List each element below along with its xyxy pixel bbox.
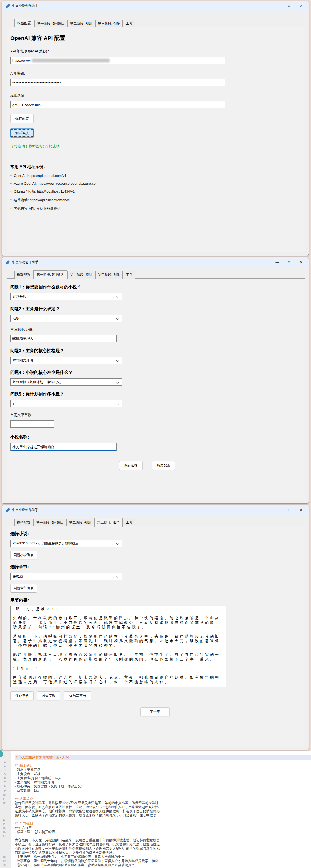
tab-stage1-5q[interactable]: 第一阶段: 5问确认 — [33, 270, 67, 279]
history-config-button[interactable]: 历史配置 — [152, 461, 175, 470]
chevron-down-icon — [116, 359, 119, 362]
ai-continue-button[interactable]: AI 续写章节 — [64, 691, 91, 700]
refresh-chapters-button[interactable]: 刷新章节列表 — [10, 584, 37, 593]
editor-row[interactable]: 15### 第01章 — [0, 826, 311, 830]
tab-model-config[interactable]: 模型配置 — [14, 519, 33, 526]
tab-model-config[interactable]: 模型配置 — [14, 19, 34, 27]
tab-stage1-5q[interactable]: 第一阶段: 5问确认 — [34, 20, 67, 27]
tab-tools[interactable]: 工具 — [123, 519, 135, 526]
api-url-input[interactable]: https://www. — [10, 57, 225, 64]
line-number: 10 — [0, 793, 6, 797]
editor-row[interactable]: 13 — [0, 817, 311, 822]
editor-row[interactable]: 9- 章节数量：1章 — [0, 788, 311, 793]
novel-name-input[interactable]: 小刀重生穿越之开螺蛳粉店 — [10, 443, 117, 451]
save-chapter-button[interactable]: 保存章节 — [10, 691, 34, 700]
editor-line-content: ### 第01章 — [15, 826, 311, 830]
next-chapter-button[interactable]: 下一章 — [140, 708, 170, 716]
maximize-button[interactable]: □ — [283, 257, 295, 267]
editor-line-content: 被昔日权臣设计陷害，最终惨死的“小刀”在死后灵魂穿越回十年前的水乡小镇。他保留着… — [15, 801, 311, 805]
api-examples-list: •OpenAI: https://api.openai.com/v1 •Azur… — [10, 174, 300, 211]
line-number: 5 — [0, 772, 6, 776]
editor-row[interactable]: 7- 主角性格：帅气阳光开朗 — [0, 780, 311, 784]
personality-select[interactable]: 帅气阳光开朗 — [10, 357, 122, 364]
line-number: 7 — [0, 780, 6, 784]
editor-row[interactable]: 6- 主角职业/身份：螺蛳粉主理人 — [0, 776, 311, 780]
editor-row[interactable]: 速成为小镇风潮中心。他广结善缘，悄悄收集曾被迫害之人提供的信息，打造属于自己的情… — [0, 809, 311, 813]
outline-editor[interactable]: 1# 小刀重生穿越之开螺蛳粉店 - 大纲23## 基本信息4- 题材：穿越开店5… — [0, 751, 311, 868]
editor-row[interactable]: 10 — [0, 793, 311, 797]
text-cursor — [55, 445, 55, 449]
genre-select[interactable]: 穿越开店 — [10, 293, 122, 300]
maximize-button[interactable]: □ — [283, 505, 295, 515]
tab-panel: 选择小说: 20260316_001 - 小刀重生穿越之开螺蛳粉店 刷新小说列表… — [7, 526, 305, 747]
editor-line-content: # 小刀重生穿越之开螺蛳粉店 - 大纲 — [15, 755, 311, 760]
chapter-count-select[interactable]: 1 — [10, 400, 122, 407]
titlebar: 中文小说创作助手 — □ ✕ — [2, 257, 309, 267]
editor-line-content: - 核心冲突：复仇雪恨（复仇计划、伸张正义） — [15, 784, 311, 788]
minimize-button[interactable]: — — [271, 257, 283, 267]
protagonist-setting-select[interactable]: 老板 — [10, 315, 122, 322]
chapter-text-area[interactable]: “那一刀，是谁？！” 尖利的声音在破败的巷口炸开，跟着便是沉重的踏步声和金铁的碰… — [10, 606, 226, 687]
tab-stage2-planning[interactable]: 第二阶段: 规划 — [67, 20, 94, 27]
editor-row[interactable]: 12被昔日权臣设计陷害，最终惨死的“小刀”在死后灵魂穿越回十年前的水乡小镇。他保… — [0, 801, 311, 805]
editor-row[interactable]: 4- 题材：穿越开店 — [0, 768, 311, 772]
editor-row[interactable]: 18- 主要场景：柳州城边陲旧巷、小刀新开的螺蛳粉店、黄昏人声鼎沸的集市 — [0, 855, 311, 859]
editor-row[interactable]: 20- 悬念钩子：神秘侍从品尝螺蛳粉后竟默不作声，背后隐藏的真相是否会被揭露？ — [0, 863, 311, 867]
window-title: 中文小说创作助手 — [12, 260, 38, 265]
tab-stage3-writing[interactable]: 第三阶段: 创作 — [94, 518, 122, 527]
test-connection-button[interactable]: 测试连接 — [10, 129, 34, 137]
tab-tools[interactable]: 工具 — [123, 271, 135, 279]
editor-row[interactable]: 内容概要：小刀在一片破败的旧巷醒来，发现自己重生在十年前的柳州城边陲。他记起前世… — [0, 838, 311, 842]
model-name-input[interactable]: gpt-5.1-codex-mini — [10, 101, 225, 108]
api-url-value: https://www. — [12, 59, 31, 62]
editor-row[interactable]: 小镇上开张，迅速赢得好评，吸引了从未尝过如此味道的老街坊。以笑容和阳光气质，他逐… — [0, 842, 311, 846]
editor-row[interactable]: 8- 核心冲突：复仇雪恨（复仇计划、伸张正义） — [0, 784, 311, 788]
editor-row[interactable]: 口出现一位身穿绣花披风的神秘客人—竟是权贵的侍从主动来尝粉。 — [0, 851, 311, 855]
editor-line-content: - 故事要点：重生回到十年前；以螺蛳粉店为掩护开启复仇；赢得人心；开始搜集权贵线… — [15, 859, 311, 863]
custom-chapters-input[interactable] — [10, 421, 54, 428]
refresh-novels-button[interactable]: 刷新小说列表 — [10, 551, 37, 559]
editor-line-content: ## 章节规划 — [15, 822, 311, 826]
novel-select[interactable]: 20260316_001 - 小刀重生穿越之开螺蛳粉店 — [10, 540, 122, 547]
close-button[interactable]: ✕ — [295, 257, 307, 267]
save-config-button[interactable]: 保存配置 — [10, 114, 34, 123]
editor-row[interactable]: 17- — [0, 834, 311, 838]
examples-heading: 常用 API 地址示例: — [10, 164, 300, 169]
list-item: •OpenAI: https://api.openai.com/v1 — [10, 174, 300, 178]
editor-row[interactable]: 2 — [0, 760, 311, 764]
close-button[interactable]: ✕ — [295, 505, 307, 515]
tab-stage2-planning[interactable]: 第二阶段: 规划 — [67, 271, 94, 279]
tab-stage3-writing[interactable]: 第三阶段: 创作 — [95, 20, 122, 27]
minimize-button[interactable]: — — [271, 1, 283, 10]
conflict-select[interactable]: 复仇雪恨（复仇计划、伸张正义） — [10, 378, 122, 386]
editor-row[interactable]: 5- 主角设定：老板 — [0, 772, 311, 776]
editor-row[interactable]: 19- 故事要点：重生回到十年前；以螺蛳粉店为掩护开启复仇；赢得人心；开始搜集权… — [0, 859, 311, 863]
chapter-select[interactable]: 第01章 — [10, 573, 122, 580]
tab-stage1-5q[interactable]: 第一阶段: 5问确认 — [33, 519, 66, 526]
editor-row[interactable]: 1# 小刀重生穿越之开螺蛳粉店 - 大纲 — [0, 755, 311, 760]
editor-row[interactable]: 14## 章节规划 — [0, 822, 311, 826]
editor-row[interactable]: 11## 故事简介 — [0, 797, 311, 801]
editor-row[interactable]: 心腹正居住在近郊，一次辛勤送货时他偶然得知那人正企图掩盖更大秘密。前世的冤屈与新… — [0, 846, 311, 851]
minimize-button[interactable]: — — [271, 505, 283, 515]
editor-row[interactable]: 3## 基本信息 — [0, 764, 311, 768]
maximize-button[interactable]: □ — [283, 1, 295, 10]
tab-tools[interactable]: 工具 — [123, 20, 135, 27]
editor-line-content: - 主要场景：柳州城边陲旧巷、小刀新开的螺蛳粉店、黄昏人声鼎沸的集市 — [15, 855, 311, 859]
tab-stage3-writing[interactable]: 第三阶段: 创作 — [95, 271, 122, 279]
tab-stage2-planning[interactable]: 第二阶段: 规划 — [66, 519, 93, 526]
occupation-input[interactable]: 螺蛳粉主理人 — [10, 335, 117, 342]
tab-model-config[interactable]: 模型配置 — [14, 271, 33, 279]
close-button[interactable]: ✕ — [295, 1, 307, 10]
personality-value: 帅气阳光开朗 — [13, 358, 33, 363]
editor-line-content: - 悬念钩子：神秘侍从品尝螺蛳粉后竟默不作声，背后隐藏的真相是否会被揭露？ — [15, 863, 311, 867]
api-key-input[interactable]: ******************************** — [10, 79, 225, 86]
editor-row[interactable]: 赢得人心，也触动了高墙之后的敌人警觉。权贵派来探子的消息传来，小刀是否能守住心中… — [0, 813, 311, 817]
editor-row[interactable]: 16- 标题：重生之味·初开粉店 — [0, 830, 311, 834]
line-number: 20 — [0, 863, 6, 867]
save-selection-button[interactable]: 保存选择 — [119, 461, 143, 470]
check-word-count-button[interactable]: 检查字数 — [37, 691, 60, 700]
editor-line-content: ## 故事简介 — [15, 797, 311, 801]
editor-row[interactable]: 当朝一位权贵，而其心腹如今依旧掌权。这次，他要以“开店”之名稳住人心，用味道激起… — [0, 805, 311, 809]
editor-line-content: - 章节数量：1章 — [15, 788, 311, 793]
